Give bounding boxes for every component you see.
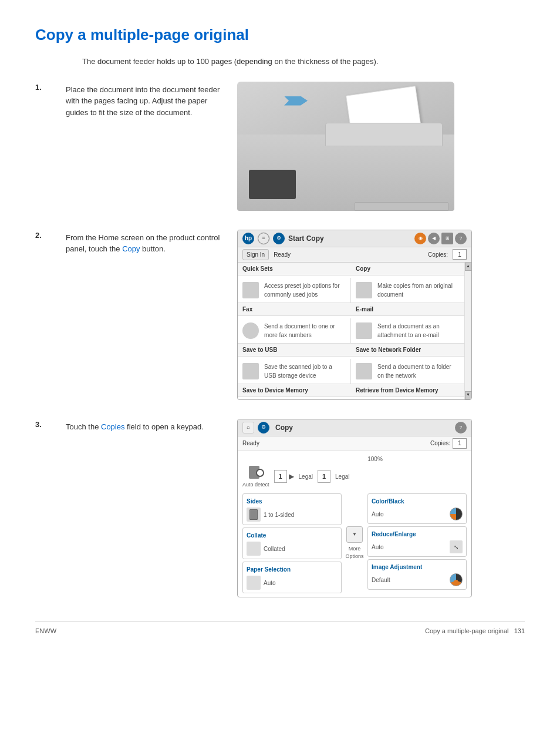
- save-network-cell[interactable]: Send a document to a folder on the netwo…: [351, 359, 464, 384]
- sides-value: 1 to 1-sided: [264, 510, 294, 519]
- home-screen-topbar: hp ≡ ⚙ Start Copy ◉ ◀ ⊞ ?: [238, 230, 471, 247]
- copy-count-2-display[interactable]: 1: [318, 470, 330, 483]
- step-1-number: 1.: [35, 82, 47, 119]
- copy-help-icon[interactable]: ?: [455, 422, 467, 434]
- step-1-text: 1. Place the document into the document …: [35, 82, 223, 119]
- arrow-right-icon: ▶: [289, 471, 294, 482]
- intro-text: The document feeder holds up to 100 page…: [82, 56, 525, 68]
- hp-logo-icon: hp: [242, 233, 254, 244]
- step-1-section: 1. Place the document into the document …: [35, 82, 525, 211]
- right-options: Color/Black Auto Reduce/Enlarge Auto: [367, 493, 467, 593]
- left-options: Sides 1 to 1-sided Collate: [242, 493, 342, 593]
- email-text: Send a document as an attachment to an e…: [377, 322, 457, 340]
- row-3-headers: Save to USB Save to Network Folder: [238, 344, 464, 359]
- sides-icon: [247, 508, 261, 522]
- gear-icon-active: ⚙: [273, 233, 285, 244]
- email-icon: [356, 322, 372, 339]
- quick-sets-header: Quick Sets: [238, 263, 351, 275]
- more-options-column: ▼ More Options: [344, 493, 365, 593]
- home-icon[interactable]: ⌂: [242, 422, 254, 434]
- color-black-content: Auto: [372, 508, 463, 520]
- sides-content: 1 to 1-sided: [247, 508, 338, 522]
- copies-field[interactable]: 1: [453, 249, 467, 260]
- copy-link[interactable]: Copy: [122, 244, 140, 253]
- save-usb-header: Save to USB: [238, 344, 351, 357]
- collate-icon: [247, 542, 261, 556]
- home-screen-statusbar: Sign In Ready Copies: 1: [238, 247, 471, 263]
- footer-left: ENWW: [35, 626, 56, 636]
- color-black-value: Auto: [372, 510, 384, 519]
- quick-sets-text: Access preset job options for commonly u…: [264, 281, 343, 299]
- legal-2-label: Legal: [335, 472, 349, 481]
- usb-icon: [242, 363, 259, 379]
- reduce-enlarge-option[interactable]: Reduce/Enlarge Auto ⤡: [367, 526, 467, 557]
- printer-illustration: [237, 82, 454, 211]
- paper-selection-option[interactable]: Paper Selection Auto: [242, 562, 342, 593]
- email-cell[interactable]: Send a document as an attachment to an e…: [351, 318, 464, 344]
- copy-icon: [356, 282, 372, 298]
- collate-option[interactable]: Collate Collated: [242, 527, 342, 559]
- reduce-enlarge-header: Reduce/Enlarge: [372, 530, 463, 539]
- paper-selection-header: Paper Selection: [247, 565, 338, 574]
- row-3-cells: Save the scanned job to a USB storage de…: [238, 359, 464, 384]
- image-adjustment-option[interactable]: Image Adjustment Default: [367, 559, 467, 590]
- step-2-section: 2. From the Home screen on the product c…: [35, 230, 525, 400]
- help-icon[interactable]: ?: [455, 233, 467, 244]
- email-header: E-mail: [351, 303, 464, 316]
- copy-cell[interactable]: Make copies from an original document: [351, 278, 464, 303]
- save-usb-text: Save the scanned job to a USB storage de…: [264, 362, 343, 380]
- retrieve-device-header: Retrieve from Device Memory: [351, 384, 464, 397]
- save-usb-cell[interactable]: Save the scanned job to a USB storage de…: [238, 359, 351, 384]
- reduce-enlarge-icon: ⤡: [450, 540, 463, 553]
- more-options-button[interactable]: ▼: [346, 526, 363, 543]
- quick-sets-cell[interactable]: Access preset job options for commonly u…: [238, 278, 351, 303]
- home-screen-mock: hp ≡ ⚙ Start Copy ◉ ◀ ⊞ ? Sign In Ready …: [237, 230, 472, 400]
- copies-link[interactable]: Copies: [101, 422, 124, 431]
- copy-copies-field[interactable]: 1: [453, 438, 467, 449]
- color-black-option[interactable]: Color/Black Auto: [367, 493, 467, 524]
- legal-2-control: Legal: [335, 472, 349, 481]
- fax-text: Send a document to one or more fax numbe…: [264, 322, 343, 340]
- printer-body: [237, 135, 454, 211]
- scroll-down-button[interactable]: ▼: [465, 391, 472, 399]
- footer-right: Copy a multiple-page original 131: [425, 626, 525, 636]
- image-adjustment-content: Default: [372, 573, 463, 586]
- options-area: Sides 1 to 1-sided Collate: [242, 493, 467, 593]
- control-panel: [249, 170, 296, 199]
- reduce-enlarge-value: Auto: [372, 543, 384, 552]
- paper-selection-value: Auto: [264, 579, 276, 587]
- auto-detect-control: Auto detect: [242, 465, 269, 489]
- auto-detect-label: Auto detect: [242, 481, 269, 489]
- collate-header: Collate: [247, 531, 338, 540]
- color-black-header: Color/Black: [372, 497, 463, 506]
- step-3-text: 3. Touch the Copies field to open a keyp…: [35, 419, 223, 433]
- copy-screen-title: Copy: [275, 422, 451, 433]
- step-3-description: Touch the Copies field to open a keypad.: [54, 421, 204, 433]
- step-2-number: 2.: [35, 230, 47, 255]
- scroll-up-button[interactable]: ▲: [465, 263, 472, 271]
- copy-text: Make copies from an original document: [377, 281, 457, 299]
- more-options-label: More Options: [344, 545, 365, 561]
- grid-icon[interactable]: ⊞: [441, 233, 453, 244]
- copy-screen-gear-icon: ⚙: [258, 422, 269, 434]
- sides-option[interactable]: Sides 1 to 1-sided: [242, 493, 342, 525]
- collate-content: Collated: [247, 542, 338, 556]
- power-icon[interactable]: ◉: [414, 233, 426, 244]
- start-copy-label: Start Copy: [288, 233, 411, 244]
- step-2-description: From the Home screen on the product cont…: [54, 232, 223, 255]
- back-icon[interactable]: ◀: [428, 233, 440, 244]
- copy-ready-status: Ready: [242, 439, 430, 448]
- row-2-cells: Send a document to one or more fax numbe…: [238, 318, 464, 344]
- zoom-label: 100%: [284, 455, 467, 463]
- fax-cell[interactable]: Send a document to one or more fax numbe…: [238, 318, 351, 344]
- home-screen-grid: Quick Sets Copy Access preset job option…: [238, 263, 471, 399]
- scrollbar[interactable]: ▲ ▼: [464, 263, 471, 399]
- output-tray: [355, 202, 448, 211]
- sign-in-button[interactable]: Sign In: [242, 249, 269, 260]
- fax-icon: [242, 322, 259, 339]
- copy-screen-topbar: ⌂ ⚙ Copy ?: [238, 419, 471, 436]
- quick-sets-icon: [242, 282, 259, 298]
- copy-controls-row: Auto detect 1 ▶ Legal 1 Legal: [242, 465, 467, 489]
- auto-detect-icon: [248, 465, 264, 481]
- copy-count-display[interactable]: 1: [274, 470, 287, 483]
